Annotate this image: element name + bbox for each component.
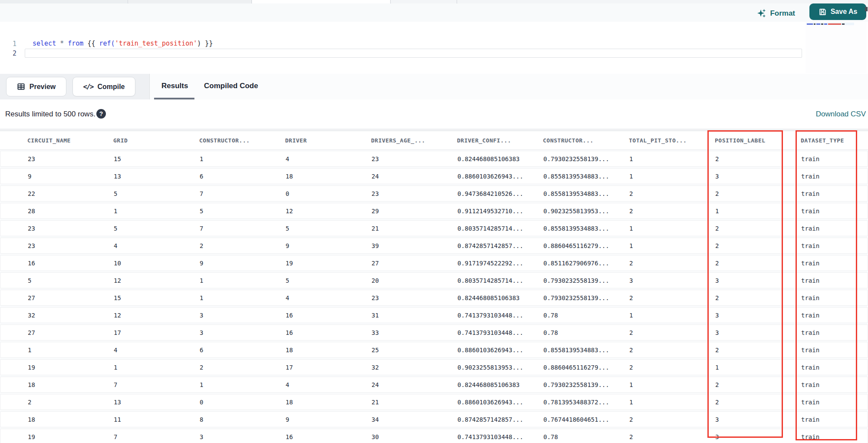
table-cell: train [795, 307, 868, 323]
table-cell: 23 [365, 186, 451, 201]
table-cell: 27 [21, 290, 107, 305]
table-cell: 0.8035714285714... [451, 221, 537, 236]
table-cell: train [795, 169, 868, 184]
help-icon[interactable]: ? [96, 109, 106, 119]
preview-button[interactable]: Preview [6, 77, 66, 96]
table-cell: 0.8035714285714... [451, 273, 537, 288]
table-cell: 4 [279, 290, 365, 305]
table-cell: 0.7413793103448... [451, 429, 537, 443]
column-header[interactable]: DRIVERS_AGE_... [365, 131, 450, 149]
table-cell: 0.7930232558139... [537, 151, 623, 166]
table-cell: 0.8558139534883... [537, 186, 623, 201]
tab-strip-segment-active[interactable] [252, 0, 391, 3]
table-cell: 13 [107, 394, 193, 410]
format-button[interactable]: Format [757, 7, 795, 20]
editor-scrollbar-thumb[interactable] [865, 7, 868, 11]
save-as-button[interactable]: Save As [809, 3, 866, 20]
table-body: 231514230.8244680851063830.7930232558139… [0, 150, 868, 443]
table-cell: 18 [279, 169, 365, 184]
table-cell: 29 [365, 203, 451, 218]
table-cell: train [795, 203, 868, 218]
code-token-plain [56, 40, 60, 47]
table-row: 23575210.8035714285714...0.8558139534883… [0, 220, 868, 236]
code-token-keyword: select [33, 40, 56, 47]
table-cell: 11 [107, 412, 193, 427]
column-header[interactable]: DATASET_TYPE [794, 131, 868, 149]
table-cell: 7 [107, 429, 193, 443]
table-cell: 5 [107, 221, 193, 236]
table-cell: 9 [21, 169, 107, 184]
column-header[interactable]: CONSTRUCTOR... [193, 131, 279, 149]
table-cell: 24 [365, 377, 451, 392]
results-toolbar: Preview </> Compile Results Compiled Cod… [0, 74, 868, 99]
table-cell: 18 [21, 377, 107, 392]
column-header[interactable]: DRIVER [279, 131, 365, 149]
tab-strip-segment[interactable] [128, 0, 252, 3]
compile-button[interactable]: </> Compile [72, 77, 135, 96]
table-cell: 6 [193, 169, 279, 184]
table-cell: 0.7413793103448... [451, 307, 537, 323]
tab-strip-segment[interactable] [0, 0, 128, 3]
table-cell: 0.8860465116279... [537, 238, 623, 253]
table-cell: 16 [279, 325, 365, 340]
table-cell: 1 [623, 238, 709, 253]
table-cell: 7 [193, 221, 279, 236]
table-cell: 34 [365, 412, 451, 427]
column-header[interactable]: TOTAL_PIT_STO... [622, 131, 708, 149]
table-cell: 32 [365, 360, 451, 375]
column-header[interactable]: GRID [107, 131, 193, 149]
tab-compiled-code[interactable]: Compiled Code [204, 74, 258, 98]
table-cell: 2 [193, 360, 279, 375]
table-cell: 0.7813953488372... [537, 394, 623, 410]
table-cell: 0.78 [537, 429, 623, 443]
table-row: 1610919270.9171974522292...0.85116279069… [0, 255, 868, 271]
code-token-keyword: from [68, 40, 83, 47]
table-cell: 9 [279, 412, 365, 427]
table-cell: train [795, 255, 868, 271]
tab-strip-segment[interactable] [391, 0, 457, 3]
tab-results[interactable]: Results [161, 74, 188, 98]
column-header[interactable]: CONSTRUCTOR... [536, 131, 622, 149]
line-number-1: 1 [0, 40, 16, 48]
table-cell: 0.8860103626943... [451, 342, 537, 357]
table-cell: 23 [21, 151, 107, 166]
table-cell: 13 [107, 169, 193, 184]
line-number-2: 2 [0, 50, 16, 57]
table-cell: 3 [709, 273, 795, 288]
table-cell: 21 [365, 221, 451, 236]
table-cell: 1 [623, 307, 709, 323]
table-cell: 5 [193, 203, 279, 218]
table-cell: 15 [107, 290, 193, 305]
table-cell: 0.9171974522292... [451, 255, 537, 271]
table-cell: 2 [623, 342, 709, 357]
table-cell: train [795, 360, 868, 375]
table-cell: 0.8558139534883... [537, 342, 623, 357]
table-cell: 28 [21, 203, 107, 218]
table-cell: 1 [623, 169, 709, 184]
top-tab-strip [0, 0, 868, 3]
table-cell: 2 [709, 342, 795, 357]
sql-editor[interactable]: 1 2 select * from {{ ref('train_test_pos… [0, 22, 868, 74]
column-header[interactable]: DRIVER_CONFI... [450, 131, 536, 149]
table-cell: 2 [623, 360, 709, 375]
table-row: 197316300.7413793103448...0.7823train [0, 429, 868, 443]
table-cell: 3 [709, 169, 795, 184]
table-cell: 2 [623, 429, 709, 443]
column-header[interactable]: CIRCUIT_NAME [21, 131, 107, 149]
table-cell: 1 [107, 203, 193, 218]
table-cell: 18 [279, 394, 365, 410]
minimap-code-line [806, 23, 854, 25]
table-cell: 2 [21, 394, 107, 410]
table-cell: 0.7674418604651... [537, 412, 623, 427]
table-cell: 6 [193, 342, 279, 357]
editor-minimap[interactable] [806, 22, 866, 73]
download-csv-link[interactable]: Download CSV [816, 110, 866, 119]
table-cell: 0.7930232558139... [537, 290, 623, 305]
table-cell: 2 [709, 290, 795, 305]
table-cell: 15 [107, 151, 193, 166]
table-cell: train [795, 325, 868, 340]
table-row: 271514230.8244680851063830.7930232558139… [0, 290, 868, 306]
column-header[interactable]: POSITION_LABEL [708, 131, 794, 149]
table-cell: 31 [365, 307, 451, 323]
table-row: 2717316330.7413793103448...0.7823train [0, 324, 868, 341]
